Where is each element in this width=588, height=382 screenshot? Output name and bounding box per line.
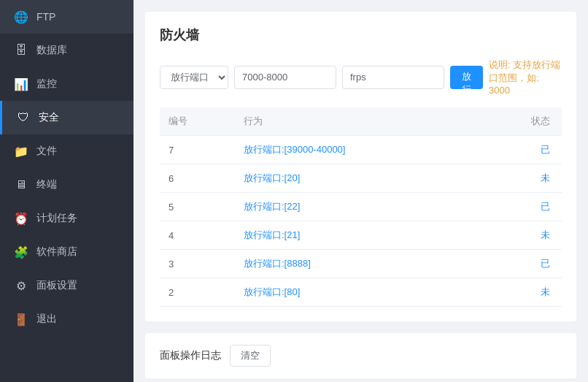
sidebar-item-label: 终端 [36,178,57,191]
table-header: 编号 行为 状态 [160,107,562,136]
ftp-icon: 🌐 [15,10,28,23]
cell-status[interactable]: 未 [481,164,562,193]
cell-status[interactable]: 未 [481,278,562,307]
col-status: 状态 [481,107,562,136]
sidebar-item-appstore[interactable]: 🧩 软件商店 [0,235,134,269]
cell-status[interactable]: 已 [481,136,562,164]
sidebar-item-label: 安全 [39,111,59,124]
cell-id: 3 [160,250,235,278]
sidebar-item-label: 计划任务 [36,212,77,225]
terminal-icon: 🖥 [15,178,28,191]
table-row: 3放行端口:[8888]已 [160,250,562,278]
sidebar-item-files[interactable]: 📁 文件 [0,134,134,168]
rule-type-select[interactable]: 放行端口 放行IP 屏蔽IP [160,66,228,89]
table-row: 2放行端口:[80]未 [160,278,562,307]
sidebar-item-label: 监控 [36,77,57,91]
firewall-toolbar: 放行端口 放行IP 屏蔽IP 放行 说明: 支持放行端口范围，如: 3000 [160,58,562,96]
sidebar-item-panel-settings[interactable]: ⚙ 面板设置 [0,269,134,302]
cell-behavior: 放行端口:[39000-40000] [235,136,481,164]
port-range-input[interactable] [234,66,336,89]
cell-status[interactable]: 未 [481,221,562,250]
gear-icon: ⚙ [15,279,28,292]
cell-behavior: 放行端口:[20] [235,164,481,193]
table-row: 5放行端口:[22]已 [160,193,562,221]
table-body: 7放行端口:[39000-40000]已6放行端口:[20]未5放行端口:[22… [160,136,562,307]
sidebar-item-label: 数据库 [36,44,67,57]
col-id: 编号 [160,107,235,136]
cell-behavior: 放行端口:[8888] [235,250,481,278]
cell-status[interactable]: 已 [481,193,562,221]
logout-icon: 🚪 [15,313,28,326]
firewall-panel: 防火墙 放行端口 放行IP 屏蔽IP 放行 说明: 支持放行端口范围，如: 30… [145,12,576,321]
cell-behavior: 放行端口:[22] [235,193,481,221]
log-area: 面板操作日志 清空 [145,333,576,378]
folder-icon: 📁 [15,145,28,158]
table-row: 4放行端口:[21]未 [160,221,562,250]
table-row: 7放行端口:[39000-40000]已 [160,136,562,164]
sidebar-item-ftp[interactable]: 🌐 FTP [0,0,134,34]
main-content: 防火墙 放行端口 放行IP 屏蔽IP 放行 说明: 支持放行端口范围，如: 30… [134,0,588,382]
cell-status[interactable]: 已 [481,250,562,278]
database-icon: 🗄 [15,44,28,57]
sidebar: 🌐 FTP 🗄 数据库 📊 监控 🛡 安全 📁 文件 🖥 终端 ⏰ 计划任务 🧩… [0,0,134,382]
shield-icon: 🛡 [17,111,30,124]
sidebar-item-label: FTP [36,11,55,23]
add-rule-button[interactable]: 放行 [450,66,483,89]
cell-id: 7 [160,136,235,164]
sidebar-item-logout[interactable]: 🚪 退出 [0,302,134,336]
sidebar-item-label: 退出 [36,313,57,326]
clock-icon: ⏰ [15,212,28,225]
cell-behavior: 放行端口:[21] [235,221,481,250]
sidebar-item-monitor[interactable]: 📊 监控 [0,67,134,101]
sidebar-item-security[interactable]: 🛡 安全 [0,101,134,134]
cell-id: 5 [160,193,235,221]
log-title: 面板操作日志 [160,349,221,362]
sidebar-item-label: 软件商店 [36,245,77,259]
table-row: 6放行端口:[20]未 [160,164,562,193]
firewall-table: 编号 行为 状态 7放行端口:[39000-40000]已6放行端口:[20]未… [160,107,562,307]
sidebar-item-label: 文件 [36,145,57,158]
cell-id: 4 [160,221,235,250]
page-title: 防火墙 [160,26,562,44]
clear-log-button[interactable]: 清空 [230,345,271,367]
col-behavior: 行为 [235,107,481,136]
cell-behavior: 放行端口:[80] [235,278,481,307]
cell-id: 2 [160,278,235,307]
sidebar-item-tasks[interactable]: ⏰ 计划任务 [0,202,134,235]
comment-input[interactable] [342,66,444,89]
hint-text: 说明: 支持放行端口范围，如: 3000 [489,58,562,96]
cell-id: 6 [160,164,235,193]
sidebar-item-database[interactable]: 🗄 数据库 [0,34,134,67]
appstore-icon: 🧩 [15,245,28,259]
monitor-icon: 📊 [15,77,28,91]
sidebar-item-terminal[interactable]: 🖥 终端 [0,168,134,202]
sidebar-item-label: 面板设置 [36,279,77,292]
